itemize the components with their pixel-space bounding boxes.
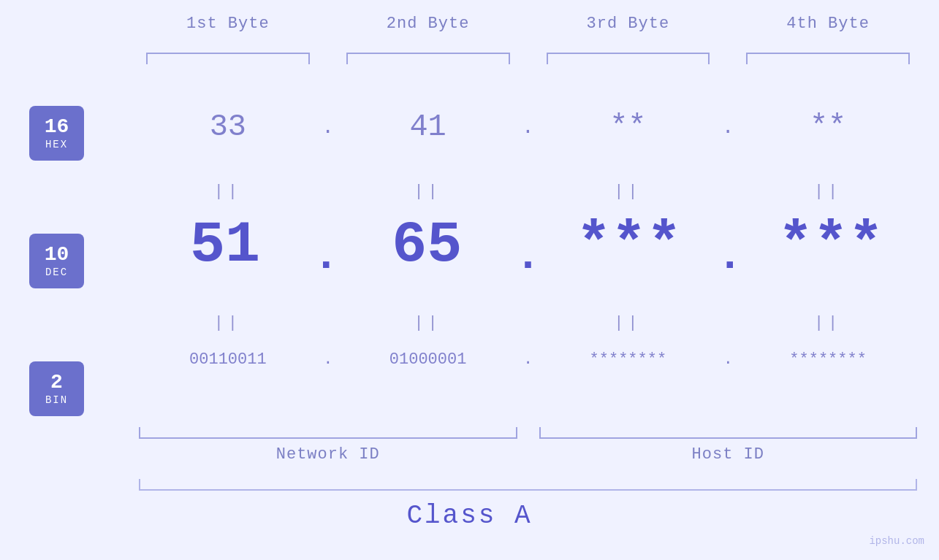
bracket-network	[139, 427, 517, 439]
dec-row: 51 . 65 . *** . ***	[139, 212, 917, 278]
bracket-host	[539, 427, 918, 439]
bottom-brackets	[139, 427, 917, 439]
dec-base-num: 10	[45, 244, 69, 266]
bin-badge: 2 BIN	[29, 361, 84, 416]
host-id-label: Host ID	[539, 445, 918, 464]
eq8: ||	[739, 314, 917, 332]
byte-headers: 1st Byte 2nd Byte 3rd Byte 4th Byte	[139, 15, 917, 33]
hex-dot3: .	[717, 116, 739, 139]
eq5: ||	[139, 314, 317, 332]
bin-b4: ********	[739, 350, 917, 369]
bin-b3: ********	[539, 350, 718, 369]
dec-b4: ***	[745, 212, 917, 278]
dec-dot2: .	[514, 212, 543, 278]
dec-b1: 51	[139, 212, 311, 278]
dec-b2: 65	[341, 212, 513, 278]
hex-b2: 41	[339, 110, 517, 145]
main-grid: 33 . 41 . ** . ** || || || ||	[139, 73, 917, 516]
eq2: ||	[339, 183, 517, 201]
eq6: ||	[339, 314, 517, 332]
dec-badge: 10 DEC	[29, 234, 84, 288]
class-label: Class A	[0, 501, 939, 531]
header-byte3: 3rd Byte	[539, 15, 718, 33]
header-byte4: 4th Byte	[739, 15, 917, 33]
dec-base-label: DEC	[45, 266, 68, 278]
hex-row: 33 . 41 . ** . **	[139, 110, 917, 145]
eq4: ||	[739, 183, 917, 201]
bin-b1: 00110011	[139, 350, 317, 369]
network-id-label: Network ID	[139, 445, 517, 464]
hex-badge: 16 HEX	[29, 106, 84, 161]
hex-b4: **	[739, 110, 917, 145]
page: 1st Byte 2nd Byte 3rd Byte 4th Byte 16 H…	[0, 0, 939, 560]
hex-b3: **	[539, 110, 718, 145]
eq7: ||	[539, 314, 718, 332]
header-byte1: 1st Byte	[139, 15, 317, 33]
dec-dot1: .	[311, 212, 341, 278]
base-labels: 16 HEX 10 DEC 2 BIN	[29, 106, 84, 416]
dec-b3: ***	[543, 212, 715, 278]
watermark: ipshu.com	[869, 535, 924, 547]
bin-base-label: BIN	[45, 394, 68, 406]
bin-base-num: 2	[50, 372, 63, 394]
bin-dot2: .	[517, 350, 539, 369]
bin-dot3: .	[717, 350, 739, 369]
equals-dec-bin: || || || ||	[139, 314, 917, 332]
top-brackets	[139, 53, 917, 64]
dec-dot3: .	[715, 212, 745, 278]
header-byte2: 2nd Byte	[339, 15, 517, 33]
outer-bracket	[139, 479, 917, 491]
bracket-byte4	[746, 53, 910, 64]
bin-b2: 01000001	[339, 350, 517, 369]
bin-row: 00110011 . 01000001 . ******** . *******…	[139, 350, 917, 369]
hex-base-label: HEX	[45, 139, 68, 150]
bin-dot1: .	[317, 350, 339, 369]
eq1: ||	[139, 183, 317, 201]
bracket-byte3	[547, 53, 710, 64]
hex-dot1: .	[317, 116, 339, 139]
eq3: ||	[539, 183, 718, 201]
hex-b1: 33	[139, 110, 317, 145]
equals-hex-dec: || || || ||	[139, 183, 917, 201]
id-labels: Network ID Host ID	[139, 445, 917, 464]
hex-dot2: .	[517, 116, 539, 139]
bracket-byte1	[146, 53, 310, 64]
bracket-byte2	[346, 53, 510, 64]
hex-base-num: 16	[45, 116, 69, 139]
